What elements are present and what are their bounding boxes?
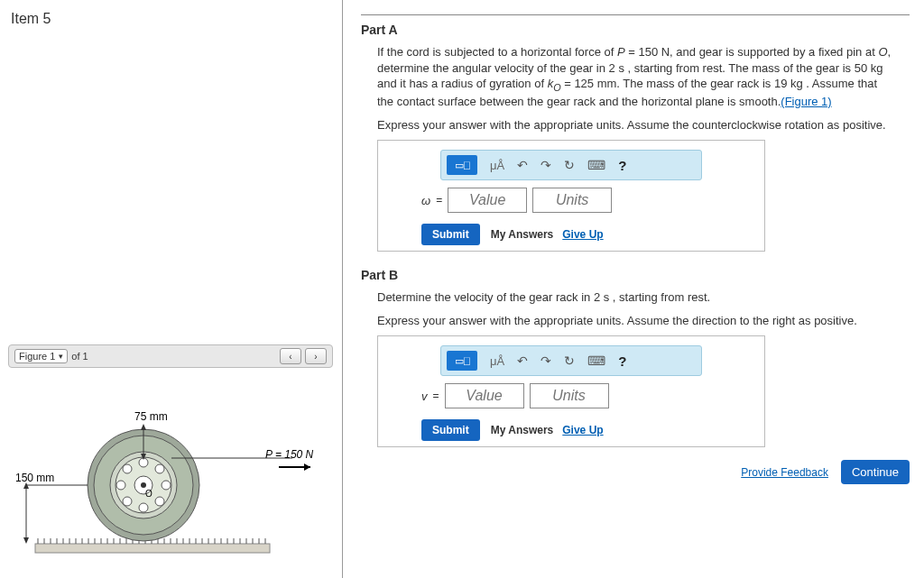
svg-text:O: O [145, 489, 152, 499]
give-up-link-a[interactable]: Give Up [562, 228, 603, 241]
template-icon-b[interactable]: ▭⎕ [447, 351, 477, 371]
answer-panel-a: ▭⎕ μÅ ↶ ↷ ↻ ⌨ ? ω = Submit My Answers Gi… [377, 140, 765, 252]
svg-rect-0 [35, 544, 270, 553]
equals-a: = [436, 194, 442, 206]
reset-icon[interactable]: ↻ [564, 158, 575, 172]
part-a-instruct: Express your answer with the appropriate… [361, 117, 893, 133]
var-label-v: v [421, 390, 428, 403]
provide-feedback-link[interactable]: Provide Feedback [741, 466, 828, 479]
svg-point-48 [123, 464, 132, 473]
submit-button-a[interactable]: Submit [421, 224, 480, 245]
figure-image: 75 mm 150 mm P = 150 N O [8, 368, 342, 566]
undo-icon[interactable]: ↶ [517, 158, 528, 172]
part-a-heading: Part A [361, 23, 910, 37]
caret-icon: ▾ [59, 352, 63, 361]
help-button-b[interactable]: ? [618, 353, 626, 369]
dim-150: 150 mm [15, 472, 54, 484]
figure-next-button[interactable]: › [305, 348, 327, 364]
my-answers-b: My Answers [491, 424, 554, 436]
continue-button[interactable]: Continue [841, 460, 910, 484]
value-input-a[interactable] [448, 188, 527, 213]
units-input-a[interactable] [532, 188, 612, 213]
reset-icon-b[interactable]: ↻ [564, 353, 575, 368]
part-a-prompt: If the cord is subjected to a horizontal… [361, 44, 893, 110]
template-icon[interactable]: ▭⎕ [447, 155, 477, 175]
svg-marker-58 [23, 537, 29, 544]
svg-point-47 [162, 481, 171, 490]
keyboard-icon[interactable]: ⌨ [587, 158, 605, 172]
value-input-b[interactable] [445, 383, 524, 408]
units-mu-button-b[interactable]: μÅ [490, 354, 504, 368]
dim-75: 75 mm [134, 410, 168, 423]
svg-point-50 [123, 497, 132, 506]
help-button[interactable]: ? [618, 158, 626, 173]
figure-select-label: Figure 1 [19, 351, 55, 362]
svg-point-43 [141, 482, 146, 488]
submit-button-b[interactable]: Submit [421, 419, 480, 441]
figure-prev-button[interactable]: ‹ [280, 348, 301, 364]
svg-point-46 [116, 481, 125, 490]
figure-link[interactable]: (Figure 1) [781, 95, 831, 108]
svg-marker-60 [141, 424, 146, 430]
part-b-heading: Part B [361, 268, 910, 282]
give-up-link-b[interactable]: Give Up [562, 424, 603, 436]
dim-P: P = 150 N [265, 448, 314, 461]
units-input-b[interactable] [530, 383, 609, 408]
svg-marker-54 [304, 463, 310, 471]
part-b-instruct: Express your answer with the appropriate… [361, 313, 893, 329]
my-answers-a: My Answers [491, 228, 554, 241]
svg-point-45 [139, 503, 148, 512]
units-mu-button[interactable]: μÅ [490, 159, 504, 172]
figure-select[interactable]: Figure 1 ▾ [14, 349, 68, 363]
undo-icon-b[interactable]: ↶ [517, 353, 528, 368]
answer-panel-b: ▭⎕ μÅ ↶ ↷ ↻ ⌨ ? v = Submit My Answers Gi… [377, 335, 765, 447]
redo-icon[interactable]: ↷ [541, 158, 551, 172]
format-toolbar-b: ▭⎕ μÅ ↶ ↷ ↻ ⌨ ? [440, 345, 702, 376]
figure-header: Figure 1 ▾ of 1 ‹ › [8, 344, 333, 368]
item-title: Item 5 [4, 7, 342, 31]
equals-b: = [433, 390, 439, 402]
svg-point-49 [155, 464, 164, 473]
keyboard-icon-b[interactable]: ⌨ [587, 353, 605, 368]
figure-of-text: of 1 [71, 351, 88, 362]
part-b-prompt: Determine the velocity of the gear rack … [361, 289, 893, 306]
format-toolbar-a: ▭⎕ μÅ ↶ ↷ ↻ ⌨ ? [440, 150, 702, 180]
var-label-omega: ω [421, 194, 430, 207]
redo-icon-b[interactable]: ↷ [541, 353, 551, 368]
svg-point-51 [155, 497, 164, 506]
